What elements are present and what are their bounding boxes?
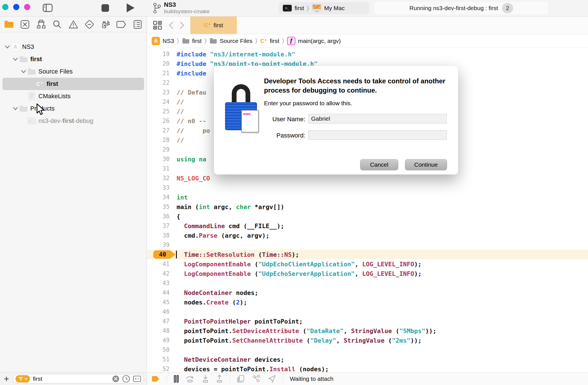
line-number[interactable]: 31 xyxy=(147,164,170,173)
stop-button[interactable] xyxy=(101,4,109,12)
line-number[interactable]: 47 xyxy=(147,317,170,326)
add-button[interactable]: + xyxy=(3,375,10,383)
line-number[interactable]: 21 xyxy=(147,68,170,78)
line-number[interactable]: 23 xyxy=(147,88,170,97)
debug-navigator-icon[interactable] xyxy=(99,18,112,31)
issue-navigator-icon[interactable] xyxy=(67,18,80,31)
line-number[interactable]: 50 xyxy=(147,345,170,355)
forward-button[interactable] xyxy=(180,21,185,29)
filter-field[interactable]: first xyxy=(13,374,144,384)
project-navigator-icon[interactable] xyxy=(3,18,15,31)
tree-row-cmakelists[interactable]: CMakeLists xyxy=(3,90,144,102)
disclosure-chevron-icon[interactable] xyxy=(4,45,11,49)
code-line-38[interactable]: 38 cmd.Parse (argc, argv); xyxy=(147,231,588,240)
find-navigator-icon[interactable] xyxy=(51,18,63,31)
code-line-37[interactable]: 37 CommandLine cmd (__FILE__); xyxy=(147,221,588,231)
step-out-icon[interactable] xyxy=(216,375,223,383)
code-line-48[interactable]: 48 pointToPoint.SetDeviceAttribute ("Dat… xyxy=(147,326,588,336)
code-line-19[interactable]: 19#include "ns3/internet-module.h" xyxy=(147,49,588,59)
line-number[interactable]: 25 xyxy=(147,107,170,116)
filter-pill[interactable] xyxy=(15,375,30,382)
code-line-34[interactable]: 34int xyxy=(147,192,588,202)
disclosure-chevron-icon[interactable] xyxy=(12,57,19,61)
symbol-navigator-icon[interactable] xyxy=(35,18,47,31)
line-number[interactable]: 19 xyxy=(147,49,170,59)
code-line-51[interactable]: 51 NetDeviceContainer devices; xyxy=(147,355,588,364)
back-button[interactable] xyxy=(168,21,173,29)
run-button[interactable] xyxy=(127,3,135,12)
disclosure-chevron-icon[interactable] xyxy=(20,70,27,74)
code-line-42[interactable]: 42 LogComponentEnable ("UdpEchoServerApp… xyxy=(147,269,588,278)
line-number[interactable]: 37 xyxy=(147,221,170,231)
scheme-selector[interactable]: >_ first 〉 My Mac xyxy=(279,2,369,14)
code-line-43[interactable]: 43 xyxy=(147,278,588,288)
line-number[interactable]: 24 xyxy=(147,97,170,107)
code-line-46[interactable]: 46 xyxy=(147,307,588,317)
line-number[interactable]: 20 xyxy=(147,59,170,68)
tab-first[interactable]: C⁺ first xyxy=(190,17,237,34)
jumpbar-item-source-files[interactable]: Source Files xyxy=(209,38,253,44)
line-number[interactable]: 43 xyxy=(147,278,170,288)
breakpoint-navigator-icon[interactable] xyxy=(115,18,128,31)
traffic-zoom-button[interactable] xyxy=(24,4,30,10)
line-number[interactable]: 49 xyxy=(147,336,170,345)
line-number[interactable]: 34 xyxy=(147,192,170,202)
code-line-49[interactable]: 49 pointToPoint.SetChannelAttribute ("De… xyxy=(147,336,588,345)
line-number[interactable]: 38 xyxy=(147,231,170,240)
tree-row-first[interactable]: C⁺first xyxy=(3,78,144,90)
line-number[interactable]: 41 xyxy=(147,259,170,269)
pause-icon[interactable] xyxy=(174,375,179,383)
code-line-33[interactable]: 33 xyxy=(147,183,588,192)
breakpoints-toggle-icon[interactable] xyxy=(152,376,160,382)
clear-filter-icon[interactable] xyxy=(112,375,119,382)
traffic-minimize-button[interactable] xyxy=(13,4,19,10)
tree-row-source-files[interactable]: Source Files xyxy=(3,65,144,78)
traffic-close-button[interactable] xyxy=(2,4,8,10)
line-number[interactable]: 30 xyxy=(147,154,170,164)
jumpbar-item-ns3[interactable]: ANS3 xyxy=(152,37,174,45)
line-number[interactable]: 35 xyxy=(147,202,170,212)
code-line-50[interactable]: 50 xyxy=(147,345,588,355)
line-number[interactable]: 39 xyxy=(147,240,170,250)
jumpbar-item-first[interactable]: C⁺first xyxy=(260,38,279,44)
line-number[interactable]: 29 xyxy=(147,145,170,154)
cancel-button[interactable]: Cancel xyxy=(360,159,398,170)
report-navigator-icon[interactable] xyxy=(131,18,144,31)
disclosure-chevron-icon[interactable] xyxy=(12,107,19,111)
line-number[interactable]: 48 xyxy=(147,326,170,336)
line-number[interactable]: 28 xyxy=(147,135,170,145)
related-items-icon[interactable] xyxy=(153,20,162,30)
line-number[interactable]: 27 xyxy=(147,126,170,135)
code-line-32[interactable]: 32NS_LOG_CO xyxy=(147,173,588,183)
code-line-39[interactable]: 39 xyxy=(147,240,588,250)
line-number[interactable]: 45 xyxy=(147,297,170,307)
view-debugging-icon[interactable] xyxy=(237,375,245,383)
step-into-icon[interactable] xyxy=(202,375,209,383)
status-count-badge[interactable]: 2 xyxy=(502,3,513,13)
debug-hierarchy-icon[interactable] xyxy=(252,375,261,383)
code-line-44[interactable]: 44 NodeContainer nodes; xyxy=(147,288,588,297)
jumpbar-item-first[interactable]: first xyxy=(182,38,202,44)
code-line-45[interactable]: 45 nodes.Create (2); xyxy=(147,297,588,307)
tree-row-products[interactable]: Products xyxy=(3,102,144,115)
line-number[interactable]: 22 xyxy=(147,78,170,88)
line-number[interactable]: 32 xyxy=(147,173,170,183)
line-number[interactable]: 51 xyxy=(147,355,170,364)
recent-filter-icon[interactable] xyxy=(122,375,130,383)
username-field[interactable]: Gabriel xyxy=(308,114,447,123)
flagged-filter-icon[interactable] xyxy=(133,375,141,382)
line-number[interactable]: 44 xyxy=(147,288,170,297)
code-line-40[interactable]: 40 Time::SetResolution (Time::NS); xyxy=(147,250,588,259)
jumpbar-item-main-argc-argv-[interactable]: ƒmain(argc, argv) xyxy=(287,37,341,45)
tree-row-ns3-dev-first-debug[interactable]: >_ns3-dev-first-debug xyxy=(3,115,144,127)
source-control-navigator-icon[interactable] xyxy=(19,18,31,31)
code-line-36[interactable]: 36{ xyxy=(147,212,588,221)
line-number[interactable]: 52 xyxy=(147,364,170,372)
code-line-41[interactable]: 41 LogComponentEnable ("UdpEchoClientApp… xyxy=(147,259,588,269)
line-number[interactable]: 26 xyxy=(147,116,170,126)
location-icon[interactable] xyxy=(268,375,276,383)
code-line-35[interactable]: 35main (int argc, char *argv[]) xyxy=(147,202,588,212)
sidebar-toggle-icon[interactable] xyxy=(43,3,53,12)
password-field[interactable] xyxy=(308,130,447,140)
step-over-icon[interactable] xyxy=(186,375,195,383)
